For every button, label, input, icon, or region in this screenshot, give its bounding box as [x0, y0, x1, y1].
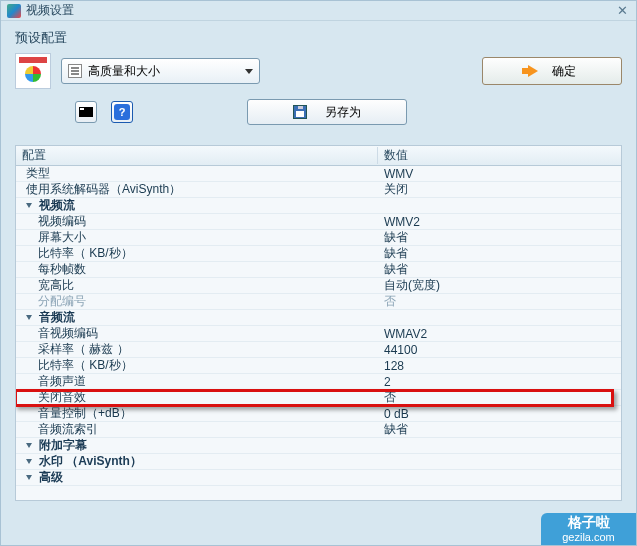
grid-cell-value: 自动(宽度)	[378, 277, 621, 294]
grid-row[interactable]: 每秒帧数缺省	[16, 262, 621, 278]
console-button[interactable]	[75, 101, 97, 123]
grid-cell-label: 视频编码	[38, 213, 86, 230]
ok-button-label: 确定	[552, 63, 576, 80]
grid-cell-value: WMAV2	[378, 327, 621, 341]
expander-icon	[26, 443, 32, 448]
grid-header: 配置 数值	[16, 146, 621, 166]
grid-cell-label: 附加字幕	[39, 437, 87, 454]
titlebar: 视频设置 ✕	[1, 1, 636, 21]
expander-icon	[26, 459, 32, 464]
watermark-badge: 格子啦 gezila.com	[541, 513, 636, 545]
help-icon: ?	[114, 104, 130, 120]
format-wmv-icon	[15, 53, 51, 89]
grid-row[interactable]: 屏幕大小缺省	[16, 230, 621, 246]
grid-cell-value: WMV2	[378, 215, 621, 229]
grid-row[interactable]: 视频流	[16, 198, 621, 214]
grid-row[interactable]: 高级	[16, 470, 621, 486]
grid-row[interactable]: 采样率（ 赫兹 ）44100	[16, 342, 621, 358]
grid-row[interactable]: 音频流	[16, 310, 621, 326]
grid-cell-label: 音频声道	[38, 373, 86, 390]
grid-cell-value: WMV	[378, 167, 621, 181]
preset-label: 预设配置	[15, 29, 622, 47]
close-button[interactable]: ✕	[614, 3, 630, 19]
preset-selected-value: 高质量和大小	[88, 63, 160, 80]
saveas-button[interactable]: 另存为	[247, 99, 407, 125]
preset-dropdown[interactable]: 高质量和大小	[61, 58, 260, 84]
settings-grid[interactable]: 配置 数值 类型WMV使用系统解码器（AviSynth）关闭视频流视频编码WMV…	[15, 145, 622, 501]
grid-cell-label: 比特率（ KB/秒）	[38, 245, 133, 262]
grid-cell-value: 否	[378, 293, 621, 310]
grid-cell-value: 缺省	[378, 421, 621, 438]
grid-cell-label: 分配编号	[38, 293, 86, 310]
grid-cell-value: 缺省	[378, 261, 621, 278]
grid-cell-label: 音频流索引	[38, 421, 98, 438]
document-icon	[68, 64, 82, 78]
grid-header-value: 数值	[378, 147, 621, 164]
grid-cell-value: 关闭	[378, 181, 621, 198]
grid-cell-label: 类型	[26, 165, 50, 182]
grid-row[interactable]: 分配编号否	[16, 294, 621, 310]
expander-icon	[26, 203, 32, 208]
grid-cell-label: 水印 （AviSynth）	[39, 453, 142, 470]
grid-cell-value: 128	[378, 359, 621, 373]
help-button[interactable]: ?	[111, 101, 133, 123]
grid-row[interactable]: 视频编码WMV2	[16, 214, 621, 230]
grid-row[interactable]: 水印 （AviSynth）	[16, 454, 621, 470]
grid-row[interactable]: 音频流索引缺省	[16, 422, 621, 438]
window-title: 视频设置	[26, 2, 74, 19]
grid-cell-value: 2	[378, 375, 621, 389]
grid-row[interactable]: 宽高比自动(宽度)	[16, 278, 621, 294]
grid-cell-value: 44100	[378, 343, 621, 357]
saveas-button-label: 另存为	[325, 104, 361, 121]
grid-row[interactable]: 关闭音效否	[16, 390, 621, 406]
watermark-line1: 格子啦	[568, 515, 610, 530]
grid-row[interactable]: 比特率（ KB/秒）缺省	[16, 246, 621, 262]
grid-cell-label: 使用系统解码器（AviSynth）	[26, 181, 181, 198]
grid-row[interactable]: 附加字幕	[16, 438, 621, 454]
grid-cell-value: 否	[378, 389, 621, 406]
chevron-down-icon	[245, 69, 253, 74]
grid-cell-label: 高级	[39, 469, 63, 486]
app-icon	[7, 4, 21, 18]
ok-button[interactable]: 确定	[482, 57, 622, 85]
grid-cell-label: 比特率（ KB/秒）	[38, 357, 133, 374]
watermark-line2: gezila.com	[562, 531, 615, 543]
grid-row[interactable]: 比特率（ KB/秒）128	[16, 358, 621, 374]
grid-cell-label: 关闭音效	[38, 389, 86, 406]
expander-icon	[26, 475, 32, 480]
expander-icon	[26, 315, 32, 320]
grid-row[interactable]: 音频声道2	[16, 374, 621, 390]
grid-cell-value: 0 dB	[378, 407, 621, 421]
save-icon	[293, 105, 307, 119]
grid-header-config: 配置	[16, 147, 378, 164]
grid-cell-label: 每秒帧数	[38, 261, 86, 278]
grid-cell-label: 宽高比	[38, 277, 74, 294]
grid-row[interactable]: 使用系统解码器（AviSynth）关闭	[16, 182, 621, 198]
grid-cell-value: 缺省	[378, 229, 621, 246]
grid-cell-label: 音视频编码	[38, 325, 98, 342]
grid-cell-label: 采样率（ 赫兹 ）	[38, 341, 129, 358]
arrow-right-icon	[528, 65, 538, 77]
grid-cell-label: 音量控制（+dB）	[38, 405, 132, 422]
grid-cell-value: 缺省	[378, 245, 621, 262]
grid-row[interactable]: 类型WMV	[16, 166, 621, 182]
grid-row[interactable]: 音视频编码WMAV2	[16, 326, 621, 342]
grid-cell-label: 音频流	[39, 309, 75, 326]
video-settings-window: 视频设置 ✕ 预设配置 高质量和大小 确定	[0, 0, 637, 546]
console-icon	[79, 107, 93, 117]
grid-cell-label: 屏幕大小	[38, 229, 86, 246]
grid-cell-label: 视频流	[39, 197, 75, 214]
grid-row[interactable]: 音量控制（+dB）0 dB	[16, 406, 621, 422]
